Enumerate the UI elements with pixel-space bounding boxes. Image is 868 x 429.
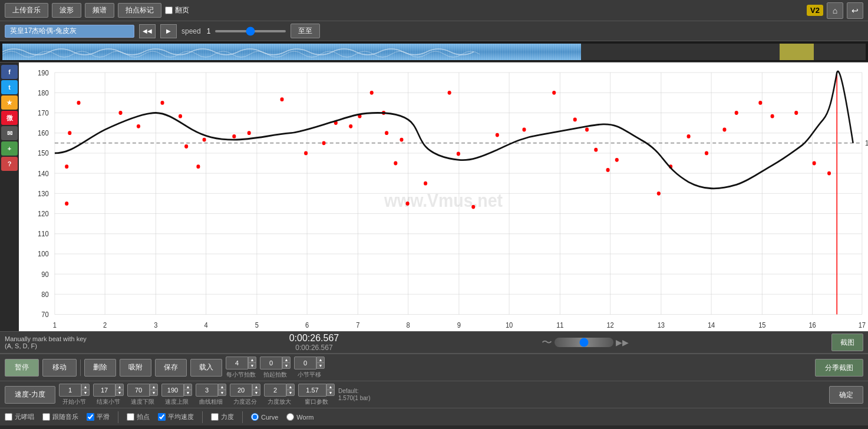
split-view-btn[interactable]: 分季截图: [815, 359, 863, 377]
prev-btn[interactable]: ◀◀: [139, 24, 156, 38]
svg-text:120: 120: [38, 209, 49, 218]
avg-speed-label[interactable]: 平均速度: [158, 412, 194, 421]
top-toolbar: 上传音乐 波形 频谱 拍点标记 翻页 V2 ⌂ ↩: [0, 0, 868, 21]
svg-point-70: [137, 124, 140, 128]
svg-point-111: [813, 161, 816, 166]
beat-point-label[interactable]: 拍点: [127, 412, 150, 421]
speed-max-input[interactable]: [161, 384, 184, 397]
svg-text:10: 10: [506, 321, 513, 330]
song-title-input[interactable]: [5, 25, 134, 38]
svg-point-92: [457, 152, 460, 156]
end-bar-input[interactable]: [93, 384, 115, 397]
start-bar-down[interactable]: ▼: [81, 390, 90, 396]
svg-text:160: 160: [38, 129, 49, 138]
svg-point-68: [65, 202, 68, 206]
power-label[interactable]: 力度: [211, 412, 234, 421]
speed-slider[interactable]: [215, 30, 286, 32]
svg-point-71: [161, 101, 164, 105]
play-btn[interactable]: ▶: [160, 24, 177, 38]
flip-checkbox[interactable]: [165, 6, 173, 14]
start-bar-input[interactable]: [59, 384, 81, 397]
beats-per-bar-label: 每小节拍数: [226, 371, 256, 379]
back-btn[interactable]: ↩: [847, 2, 863, 19]
speed-min-label: 速度下限: [131, 398, 154, 406]
social-icon-mail[interactable]: ✉: [1, 126, 18, 140]
beat-count-input[interactable]: [260, 357, 282, 369]
speed-max-down[interactable]: ▼: [184, 390, 192, 396]
worm-radio[interactable]: [286, 413, 294, 421]
cut-view-btn[interactable]: 截图: [831, 334, 863, 351]
avg-speed-check[interactable]: [158, 413, 166, 421]
social-icon-twitter[interactable]: t: [1, 80, 18, 94]
curve-radio[interactable]: [251, 413, 259, 421]
social-icon-plus[interactable]: +: [1, 141, 18, 156]
end-bar-down[interactable]: ▼: [115, 390, 124, 396]
beat-point-check[interactable]: [127, 413, 134, 421]
svg-point-112: [827, 171, 831, 176]
smooth-label[interactable]: 平滑: [87, 412, 110, 421]
power-scale-input[interactable]: [264, 384, 286, 397]
pause-btn[interactable]: 暂停: [5, 359, 39, 377]
social-icon-star[interactable]: ★: [1, 95, 18, 110]
time-display-1: 0:00:26.567: [289, 333, 339, 344]
svg-text:90: 90: [41, 270, 49, 279]
accompaniment-check[interactable]: [42, 413, 50, 421]
no-mute-check[interactable]: [5, 413, 12, 421]
chart-area[interactable]: .grid-line { stroke: #ccc; stroke-width:…: [19, 62, 868, 331]
load-btn[interactable]: 载入: [190, 359, 222, 377]
power-scale-down[interactable]: ▼: [286, 390, 295, 396]
beats-per-bar-input[interactable]: [226, 357, 248, 369]
power-offset-input[interactable]: [230, 384, 252, 397]
svg-text:www.Vmus.net: www.Vmus.net: [384, 190, 503, 211]
power-check[interactable]: [211, 413, 219, 421]
move-btn[interactable]: 移动: [42, 359, 77, 377]
accompaniment-label[interactable]: 跟随音乐: [42, 412, 78, 421]
svg-point-107: [735, 111, 738, 115]
speed-power-btn[interactable]: 速度-力度: [5, 386, 55, 404]
svg-point-89: [406, 202, 410, 206]
ok-btn[interactable]: 确定: [829, 386, 863, 404]
svg-point-101: [615, 158, 619, 162]
speed-min-down[interactable]: ▼: [150, 390, 158, 396]
upload-music-btn[interactable]: 上传音乐: [5, 3, 48, 18]
power-offset-down[interactable]: ▼: [252, 390, 260, 396]
delete-btn[interactable]: 删除: [84, 359, 116, 377]
home-btn[interactable]: ⌂: [827, 2, 843, 19]
smooth-check[interactable]: [87, 413, 94, 421]
svg-point-73: [184, 144, 188, 148]
apply-btn[interactable]: 至至: [291, 24, 320, 38]
svg-point-69: [118, 111, 122, 115]
social-icon-weibo[interactable]: 微: [1, 111, 18, 125]
spectrum-btn[interactable]: 频谱: [85, 3, 114, 18]
svg-text:16: 16: [808, 321, 816, 330]
social-icon-help[interactable]: ?: [1, 157, 18, 171]
curve-radio-label[interactable]: Curve: [251, 413, 278, 421]
waveform-btn[interactable]: 波形: [52, 3, 81, 18]
svg-point-82: [349, 124, 352, 128]
save-btn[interactable]: 保存: [155, 359, 187, 377]
svg-point-75: [203, 138, 206, 142]
window-param-down[interactable]: ▼: [326, 390, 335, 396]
speed-min-input[interactable]: [127, 384, 150, 397]
svg-point-76: [232, 134, 236, 138]
divider1: [80, 359, 81, 376]
beat-marker-btn[interactable]: 拍点标记: [118, 3, 161, 18]
beats-per-bar-down[interactable]: ▼: [248, 362, 256, 369]
adsorb-btn[interactable]: 吸附: [120, 359, 151, 377]
worm-radio-label[interactable]: Worm: [286, 413, 313, 421]
svg-text:130: 130: [38, 189, 49, 198]
waveform-bar[interactable]: [2, 44, 866, 60]
social-icon-facebook[interactable]: f: [1, 65, 18, 79]
beat-count-down[interactable]: ▼: [282, 362, 291, 369]
bar-shift-down[interactable]: ▼: [316, 362, 325, 369]
svg-text:170: 170: [38, 108, 49, 117]
window-param-input[interactable]: [298, 384, 326, 397]
curve-thin-down[interactable]: ▼: [218, 390, 226, 396]
no-mute-label[interactable]: 元哮唱: [5, 412, 34, 421]
worm-slider[interactable]: [555, 338, 613, 347]
svg-text:5: 5: [255, 321, 259, 330]
svg-point-97: [573, 117, 577, 121]
bar-shift-input[interactable]: [294, 357, 316, 369]
curve-thin-input[interactable]: [196, 384, 218, 397]
svg-point-87: [400, 138, 403, 142]
